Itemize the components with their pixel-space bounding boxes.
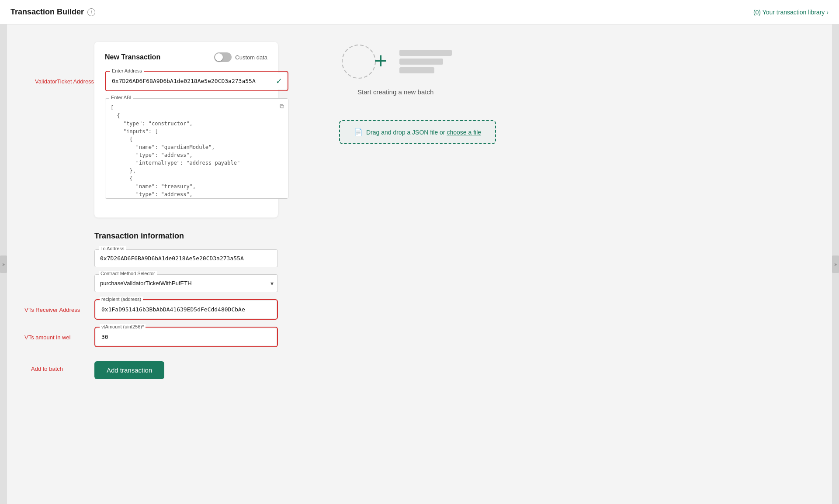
vt-amount-wrapper: VTs amount in wei vtAmount (uint256)* [94, 327, 278, 347]
file-icon: 📄 [354, 128, 363, 136]
custom-data-toggle-group: Custom data [214, 52, 267, 62]
enter-address-section: ValidatorTicket Address Enter Address ✓ … [105, 71, 288, 200]
enter-abi-label: Enter ABI [109, 95, 133, 100]
drag-drop-text: Drag and drop a JSON file or choose a fi… [366, 129, 481, 136]
header-left: Transaction Builder i [10, 7, 95, 17]
header: Transaction Builder i (0) Your transacti… [0, 0, 839, 24]
custom-data-label: Custom data [235, 54, 267, 61]
form-line-3 [399, 67, 434, 73]
vt-amount-label: vtAmount (uint256)* [100, 324, 146, 329]
custom-data-toggle[interactable] [214, 52, 232, 62]
transaction-library-link[interactable]: (0) Your transaction library › [753, 9, 829, 16]
vts-amount-annotation: VTs amount in wei [24, 334, 71, 340]
add-to-batch-wrapper: Add to batch Add transaction [94, 358, 278, 379]
enter-address-label: Enter Address [110, 68, 144, 73]
recipient-wrapper: VTs Receiver Address recipient (address) [94, 299, 278, 320]
illustration: + Start creating a new batch [339, 42, 452, 106]
info-icon[interactable]: i [87, 8, 95, 16]
abi-copy-icon[interactable]: ⧉ [280, 103, 284, 110]
add-to-batch-label: Add to batch [31, 365, 63, 372]
form-line-2 [399, 59, 443, 65]
validator-ticket-annotation: ValidatorTicket Address [35, 78, 94, 84]
new-transaction-card: New Transaction Custom data ValidatorTic… [94, 42, 278, 217]
to-address-label: To Address [99, 246, 126, 251]
vt-amount-input[interactable] [96, 328, 276, 345]
new-transaction-title: New Transaction [105, 53, 160, 61]
app-title: Transaction Builder [10, 7, 84, 17]
right-collapse-button[interactable]: » [832, 255, 839, 273]
form-lines-illustration [399, 50, 452, 73]
left-panel: New Transaction Custom data ValidatorTic… [7, 24, 313, 504]
left-collapse[interactable]: » [0, 24, 7, 504]
right-collapse[interactable]: » [832, 24, 839, 504]
drag-drop-box[interactable]: 📄 Drag and drop a JSON file or choose a … [339, 120, 496, 144]
contract-method-field-group: Contract Method Selector purchaseValidat… [94, 274, 278, 292]
transaction-information-title: Transaction information [94, 231, 278, 241]
to-address-input[interactable] [94, 249, 278, 267]
main-container: » New Transaction Custom data ValidatorT… [0, 24, 839, 504]
vt-amount-field-group: vtAmount (uint256)* [94, 327, 278, 347]
enter-abi-group: Enter ABI [ { "type": "constructor", "in… [105, 98, 288, 200]
left-collapse-button[interactable]: » [0, 255, 7, 273]
form-line-1 [399, 50, 452, 56]
enter-abi-textarea[interactable]: [ { "type": "constructor", "inputs": [ {… [105, 98, 288, 199]
recipient-input[interactable] [96, 301, 276, 318]
enter-address-input[interactable] [107, 72, 287, 90]
vts-receiver-annotation: VTs Receiver Address [24, 306, 80, 313]
contract-method-label: Contract Method Selector [99, 271, 157, 276]
start-batch-text: Start creating a new batch [357, 88, 433, 96]
svg-point-0 [342, 45, 375, 78]
add-transaction-button[interactable]: Add transaction [94, 361, 164, 379]
recipient-field-group: recipient (address) [94, 299, 278, 320]
recipient-label: recipient (address) [100, 297, 143, 302]
toggle-thumb [215, 53, 223, 61]
illustration-circle-icon [339, 42, 378, 81]
enter-address-field-group: Enter Address ✓ [105, 71, 288, 91]
enter-address-wrapper: ValidatorTicket Address Enter Address ✓ [105, 71, 288, 91]
card-header: New Transaction Custom data [105, 52, 267, 62]
transaction-information-section: Transaction information To Address Contr… [94, 231, 278, 379]
contract-method-select[interactable]: purchaseValidatorTicketWithPufETH [94, 274, 278, 292]
address-check-icon: ✓ [276, 76, 282, 86]
to-address-field-group: To Address [94, 249, 278, 267]
choose-file-link[interactable]: choose a file [447, 129, 481, 136]
plus-sign-icon: + [374, 49, 387, 72]
illustration-wrapper: + [339, 42, 452, 81]
right-panel: + Start creating a new batch 📄 Drag and … [313, 24, 832, 504]
